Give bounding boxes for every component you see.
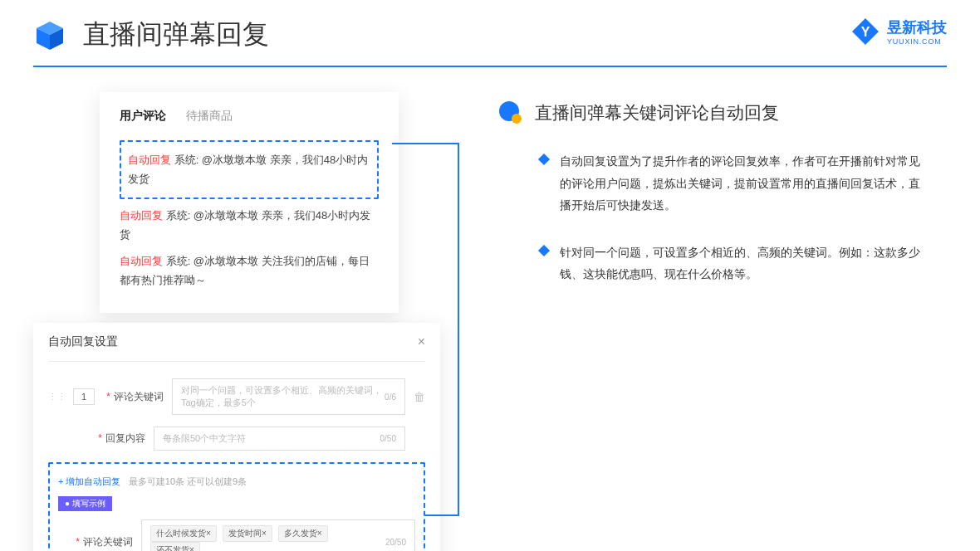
logo-name: 昱新科技 xyxy=(887,17,947,37)
keyword-tag[interactable]: 发货时间× xyxy=(223,525,272,542)
brand-logo: Y 昱新科技 YUUXIN.COM xyxy=(850,17,947,46)
keyword-tag[interactable]: 还不发货× xyxy=(150,542,200,551)
diamond-bullet-icon xyxy=(538,245,550,256)
tab-user-comments[interactable]: 用户评论 xyxy=(120,109,166,124)
bubble-icon xyxy=(498,100,523,125)
logo-diamond-icon: Y xyxy=(850,17,880,46)
keyword-tag[interactable]: 多久发货× xyxy=(278,525,328,542)
example-keyword-label: *评论关键词 xyxy=(58,535,133,549)
bullet-text: 自动回复设置为了提升作者的评论回复效率，作者可在开播前针对常见的评论用户问题，提… xyxy=(560,150,922,217)
row-number: 1 xyxy=(73,388,95,405)
comment-row: 自动回复 系统: @冰墩墩本墩 关注我们的店铺，每日都有热门推荐呦～ xyxy=(120,251,379,290)
page-title: 直播间弹幕回复 xyxy=(83,17,269,53)
example-section: + 增加自动回复 最多可建10条 还可以创建9条 ● 填写示例 *评论关键词 什… xyxy=(48,462,425,551)
add-hint: 最多可建10条 还可以创建9条 xyxy=(129,476,247,486)
content-label: *回复内容 xyxy=(83,432,145,446)
content-input[interactable]: 每条限50个中文字符 0/50 xyxy=(154,427,405,451)
cube-icon xyxy=(33,18,66,51)
section-title: 直播间弹幕关键词评论自动回复 xyxy=(535,101,779,124)
logo-subtitle: YUUXIN.COM xyxy=(887,37,947,46)
add-auto-reply-link[interactable]: + 增加自动回复 xyxy=(58,476,120,486)
keyword-tag[interactable]: 什么时候发货× xyxy=(150,525,217,542)
svg-point-6 xyxy=(512,114,522,124)
diamond-bullet-icon xyxy=(538,154,550,165)
svg-text:Y: Y xyxy=(861,25,870,39)
example-keyword-input[interactable]: 什么时候发货× 发货时间× 多久发货× 还不发货× 20/50 xyxy=(141,519,415,551)
comment-row: 自动回复 系统: @冰墩墩本墩 亲亲，我们48小时内发货 xyxy=(120,206,379,245)
keyword-input[interactable]: 对同一个问题，可设置多个相近、高频的关键词，Tag确定，最多5个 0/6 xyxy=(172,378,405,415)
highlighted-comment: 自动回复 系统: @冰墩墩本墩 亲亲，我们48小时内发货 xyxy=(120,140,379,199)
auto-reply-tag: 自动回复 xyxy=(120,255,163,267)
auto-reply-settings-panel: 自动回复设置 × ⋮⋮ 1 *评论关键词 对同一个问题，可设置多个相近、高频的关… xyxy=(33,323,440,551)
example-badge: ● 填写示例 xyxy=(58,496,112,511)
auto-reply-tag: 自动回复 xyxy=(120,209,163,222)
panel-title: 自动回复设置 xyxy=(48,334,118,349)
tab-pending-goods[interactable]: 待播商品 xyxy=(186,109,233,124)
keyword-label: *评论关键词 xyxy=(101,390,164,404)
auto-reply-tag: 自动回复 xyxy=(128,154,171,166)
comments-panel: 用户评论 待播商品 自动回复 系统: @冰墩墩本墩 亲亲，我们48小时内发货 自… xyxy=(100,92,399,313)
bullet-item: 自动回复设置为了提升作者的评论回复效率，作者可在开播前针对常见的评论用户问题，提… xyxy=(498,150,938,217)
bullet-item: 针对同一个问题，可设置多个相近的、高频的关键词。例如：这款多少钱、这块能优惠吗、… xyxy=(498,241,938,285)
bullet-text: 针对同一个问题，可设置多个相近的、高频的关键词。例如：这款多少钱、这块能优惠吗、… xyxy=(560,241,922,285)
